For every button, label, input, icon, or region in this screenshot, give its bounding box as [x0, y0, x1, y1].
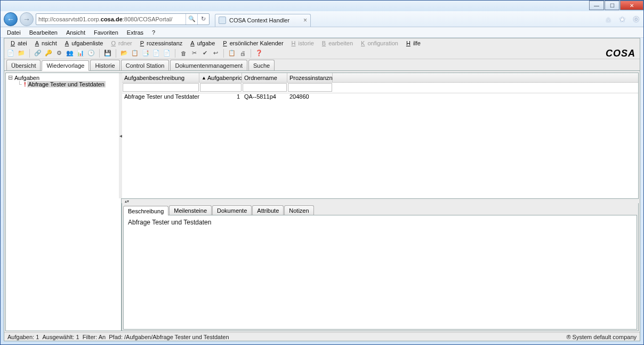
window-maximize-button[interactable]: ☐ — [605, 1, 619, 10]
detail-tab[interactable]: Notizen — [284, 205, 313, 215]
window-titlebar: — ☐ ✕ — [1, 1, 643, 11]
window-close-button[interactable]: ✕ — [620, 1, 643, 10]
toolbar-icon[interactable]: 📄 — [163, 49, 171, 58]
browser-menu-item[interactable]: Bearbeiten — [25, 29, 62, 36]
pane-collapse-handle[interactable]: ◂ — [119, 73, 122, 198]
toolbar-icon[interactable]: 🔑 — [44, 49, 53, 58]
window-minimize-button[interactable]: — — [589, 1, 604, 10]
toolbar-icon[interactable]: 📄 — [6, 49, 15, 58]
cell-folder: QA--5811p4 — [242, 93, 287, 102]
tab-close-icon[interactable]: × — [303, 17, 307, 24]
tree-pane: ⊟ Aufgaben └ ! Abfrage Tester und Testda… — [5, 73, 122, 331]
toolbar-icon[interactable]: 🖨 — [238, 49, 247, 58]
filter-input[interactable] — [123, 83, 199, 92]
main-tab[interactable]: Dokumentenmanagement — [170, 60, 247, 70]
app-menu-item[interactable]: Prozessinstanz — [135, 40, 186, 46]
column-header[interactable]: Aufgabenbeschreibung — [122, 73, 199, 82]
main-tab[interactable]: Historie — [90, 60, 119, 70]
toolbar-icon[interactable]: ❓ — [255, 49, 263, 58]
cosa-app: DateiAnsichtAufgabenlisteOrdnerProzessin… — [4, 38, 640, 341]
main-tab-strip: ÜbersichtWiedervorlageHistorieControl St… — [4, 59, 640, 71]
app-menu-item: Konfiguration — [356, 40, 401, 46]
detail-tab[interactable]: Dokumente — [212, 205, 252, 215]
browser-menu-item[interactable]: Datei — [3, 29, 25, 36]
address-bar[interactable]: http://cosasrvtst01.corp.cosa.de:8080/CO… — [36, 13, 210, 25]
status-path: Pfad: /Aufgaben/Abfrage Tester und Testd… — [109, 334, 229, 340]
horizontal-splitter[interactable]: ▴▾ — [122, 199, 639, 203]
detail-tab[interactable]: Beschreibung — [123, 206, 168, 215]
filter-input[interactable] — [243, 83, 287, 92]
detail-tab-strip: BeschreibungMeilensteineDokumenteAttribu… — [123, 204, 637, 215]
app-menu-item[interactable]: Datei — [5, 40, 30, 46]
toolbar-icon[interactable]: 🗑 — [179, 49, 188, 58]
description-pane: Abfrage Tester und Testdaten — [123, 215, 637, 330]
column-header[interactable]: Prozessinstanzn... — [287, 73, 333, 82]
tree-item-label: Abfrage Tester und Testdaten — [27, 81, 106, 87]
tools-icon[interactable]: ⚙ — [632, 15, 640, 23]
tree-root-label: Aufgaben — [14, 75, 39, 81]
browser-menu-item[interactable]: Ansicht — [62, 29, 90, 36]
browser-menubar[interactable]: DateiBearbeitenAnsichtFavoritenExtras? — [1, 27, 643, 38]
toolbar-icon[interactable]: 🕒 — [87, 49, 95, 58]
forward-button[interactable]: → — [20, 12, 34, 26]
description-text: Abfrage Tester und Testdaten — [128, 219, 211, 226]
cell-prio: 1 — [199, 93, 242, 102]
toolbar-icon[interactable]: 📁 — [17, 49, 26, 58]
task-grid: ◂ Aufgabenbeschreibung ▲Aufgabenprior...… — [122, 73, 639, 199]
main-tab[interactable]: Übersicht — [6, 60, 41, 70]
tab-title: COSA Context Handler — [229, 17, 289, 23]
refresh-icon[interactable]: ↻ — [197, 14, 209, 25]
toolbar-icon[interactable]: 🔗 — [34, 49, 42, 58]
tree-root-node[interactable]: ⊟ Aufgaben — [8, 74, 119, 81]
toolbar-icon[interactable]: 📋 — [228, 49, 236, 58]
status-selected: Ausgewählt: 1 — [42, 334, 79, 340]
app-menu-item[interactable]: Aufgabe — [185, 40, 218, 46]
browser-menu-item[interactable]: Extras — [123, 29, 148, 36]
status-tasks: Aufgaben: 1 — [7, 334, 39, 340]
status-filter: Filter: An — [83, 334, 106, 340]
filter-input[interactable] — [200, 83, 241, 92]
main-tab[interactable]: Wiedervorlage — [42, 60, 89, 71]
toolbar-icon[interactable]: 📋 — [131, 49, 139, 58]
app-menu-item[interactable]: Aufgabenliste — [60, 40, 106, 46]
browser-menu-item[interactable]: Favoriten — [90, 29, 123, 36]
toolbar-icon[interactable]: 💾 — [103, 49, 112, 58]
detail-tab[interactable]: Meilensteine — [169, 205, 212, 215]
column-header[interactable]: ▲Aufgabenprior... — [199, 73, 242, 82]
app-menu-item[interactable]: Persönlicher Kalender — [218, 40, 286, 46]
column-header[interactable]: Ordnername — [242, 73, 287, 82]
toolbar-icon[interactable]: 📊 — [76, 49, 85, 58]
app-toolbar: 📄 📁 🔗 🔑 ⚙ 👥 📊 🕒 💾 📂 📋 📑 📄 📄 🗑 ✂ ✔ ↩ 📋 — [4, 47, 640, 59]
main-tab[interactable]: Control Station — [121, 60, 170, 70]
cell-desc: Abfrage Tester und Testdaten — [122, 93, 199, 102]
browser-menu-item[interactable]: ? — [148, 29, 159, 36]
toolbar-icon[interactable]: 👥 — [66, 49, 74, 58]
status-bar: Aufgaben: 1 Ausgewählt: 1 Filter: An Pfa… — [4, 332, 640, 341]
status-company: ® System default company — [566, 334, 637, 340]
app-menu-item[interactable]: Hilfe — [401, 40, 423, 46]
tree-collapse-icon[interactable]: ⊟ — [8, 74, 13, 81]
detail-tab[interactable]: Attribute — [252, 205, 284, 215]
main-tab[interactable]: Suche — [248, 60, 275, 70]
app-menu-item[interactable]: Ansicht — [30, 40, 60, 46]
home-icon[interactable]: ⌂ — [604, 15, 613, 23]
tree-child-node[interactable]: └ ! Abfrage Tester und Testdaten — [18, 81, 119, 87]
search-icon[interactable]: 🔍 — [186, 14, 197, 25]
browser-tab[interactable]: COSA Context Handler × — [215, 14, 311, 27]
table-row[interactable]: Abfrage Tester und Testdaten 1 QA--5811p… — [122, 93, 638, 102]
toolbar-icon[interactable]: ✔ — [200, 49, 209, 58]
cell-proc: 204860 — [287, 93, 333, 102]
app-menubar[interactable]: DateiAnsichtAufgabenlisteOrdnerProzessin… — [4, 38, 640, 47]
filter-input[interactable] — [288, 83, 332, 92]
browser-nav-bar: ← → http://cosasrvtst01.corp.cosa.de:808… — [1, 11, 643, 27]
toolbar-icon[interactable]: 📑 — [141, 49, 150, 58]
toolbar-icon[interactable]: ✂ — [190, 49, 198, 58]
toolbar-icon[interactable]: ⚙ — [55, 49, 63, 58]
toolbar-icon[interactable]: 📂 — [120, 49, 128, 58]
back-button[interactable]: ← — [4, 12, 18, 26]
toolbar-icon[interactable]: 📄 — [152, 49, 160, 58]
app-menu-item: Bearbeiten — [317, 40, 356, 46]
favorites-icon[interactable]: ★ — [618, 15, 626, 23]
toolbar-icon[interactable]: ↩ — [211, 49, 220, 58]
address-url: http://cosasrvtst01.corp.cosa.de:8080/CO… — [36, 16, 186, 22]
